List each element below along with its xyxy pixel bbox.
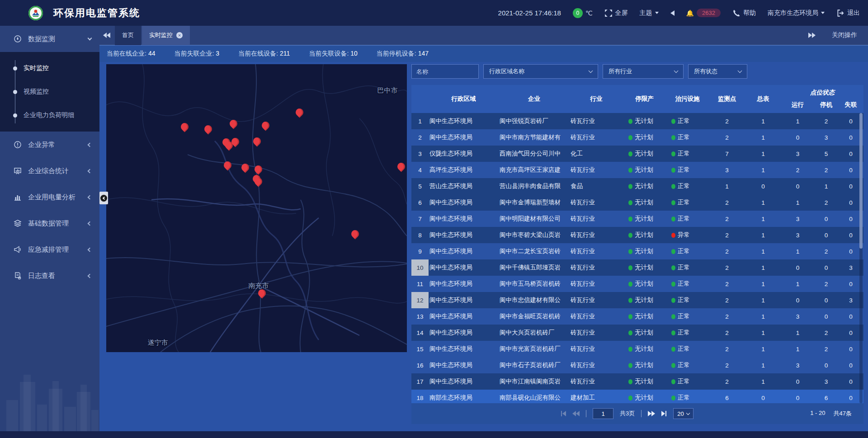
status-dot-icon bbox=[628, 298, 632, 303]
status-dot-icon bbox=[628, 379, 632, 384]
table-row[interactable]: 6阆中生态环境局阆中市金博瑞新型墙材砖瓦行业无计划正常21120 bbox=[411, 194, 863, 211]
stat-item-0: 当前在线企业:44 bbox=[107, 50, 155, 58]
status-dot-icon bbox=[628, 249, 632, 254]
map-collapse-button[interactable] bbox=[99, 192, 108, 204]
cell-company: 阆中市江南镇阆南页岩 bbox=[499, 373, 570, 390]
sidebar-subitem-1[interactable]: 视频监控 bbox=[0, 80, 99, 104]
sidebar-item-2[interactable]: 企业综合统计 bbox=[0, 158, 99, 184]
tabs-scroll-right-button[interactable] bbox=[808, 33, 816, 38]
cell-company: 阆中市五马桥页岩机砖 bbox=[499, 276, 570, 292]
tab-close-icon[interactable]: × bbox=[176, 32, 183, 38]
next-page-button[interactable] bbox=[648, 411, 655, 416]
table-scrollbar[interactable] bbox=[859, 113, 863, 403]
table-row[interactable]: 2阆中生态环境局阆中市南方节能建材有砖瓦行业无计划正常21030 bbox=[411, 129, 863, 146]
cell-halt-count: 2 bbox=[814, 341, 838, 357]
status-dot-icon bbox=[671, 168, 675, 173]
cell-facility-status: 正常 bbox=[666, 341, 709, 357]
cell-facility-status: 正常 bbox=[666, 390, 709, 403]
table-row[interactable]: 1阆中生态环境局阆中强锐页岩砖厂砖瓦行业无计划正常21120 bbox=[411, 113, 863, 129]
cell-monitor-count: 7 bbox=[709, 146, 745, 162]
table-row[interactable]: 14阆中生态环境局阆中大兴页岩机砖厂砖瓦行业无计划正常21120 bbox=[411, 325, 863, 341]
chevron-down-icon bbox=[686, 411, 689, 415]
cell-stop-status: 无计划 bbox=[623, 390, 666, 403]
industry-select[interactable]: 所有行业 bbox=[603, 64, 684, 79]
map-panel[interactable]: 巴中市南充市遂宁市 bbox=[106, 64, 407, 352]
table-row[interactable]: 9阆中生态环境局阆中市二龙长宝页岩砖砖瓦行业无计划正常21120 bbox=[411, 243, 863, 259]
sidebar-item-4[interactable]: 基础数据管理 bbox=[0, 210, 99, 236]
cell-company: 阆中市光富页岩机砖厂 bbox=[499, 341, 570, 357]
first-page-button[interactable] bbox=[561, 411, 566, 416]
table-row[interactable]: 3仪陇生态环境局西南油气田分公司川中化工无计划正常71350 bbox=[411, 146, 863, 162]
sidebar-item-3[interactable]: 企业用电量分析 bbox=[0, 184, 99, 210]
cell-run-count: 1 bbox=[781, 276, 814, 292]
status-dot-icon bbox=[628, 282, 632, 287]
table-row[interactable]: 11阆中生态环境局阆中市五马桥页岩机砖砖瓦行业无计划正常21120 bbox=[411, 276, 863, 292]
table-row[interactable]: 10阆中生态环境局阆中千佛镇五郎垭页岩砖瓦行业无计划正常21003 bbox=[411, 259, 863, 276]
table-row[interactable]: 17阆中生态环境局阆中市江南镇阆南页岩砖瓦行业无计划正常21030 bbox=[411, 373, 863, 390]
status-dot-icon bbox=[671, 265, 675, 270]
bell-icon: 🔔 bbox=[686, 9, 694, 17]
phone-icon bbox=[732, 9, 741, 17]
cell-monitor-count: 2 bbox=[709, 113, 745, 129]
table-row[interactable]: 12阆中生态环境局阆中市忠信建材有限公砖瓦行业无计划正常21003 bbox=[411, 292, 863, 308]
chevron-down-icon bbox=[589, 69, 593, 73]
name-search-input[interactable] bbox=[411, 64, 479, 79]
sidebar-subitem-2[interactable]: 企业电力负荷明细 bbox=[0, 104, 99, 127]
sidebar-item-0[interactable]: 数据监测 bbox=[0, 26, 99, 52]
cell-facility-status: 正常 bbox=[666, 308, 709, 325]
notification-area[interactable]: 🔔 2632 bbox=[686, 9, 721, 17]
help-button[interactable]: 帮助 bbox=[732, 9, 756, 17]
cell-company: 南部县砚化山泥有限公 bbox=[499, 390, 570, 403]
table-row[interactable]: 8阆中生态环境局阆中市枣碧大梁山页岩砖瓦行业无计划异常21300 bbox=[411, 227, 863, 243]
close-operations-button[interactable]: 关闭操作 bbox=[832, 31, 857, 39]
cell-run-count: 1 bbox=[781, 341, 814, 357]
cell-company: 阆中千佛镇五郎垭页岩 bbox=[499, 259, 570, 276]
cell-stop-status: 无计划 bbox=[623, 292, 666, 308]
volume-mute-button[interactable] bbox=[670, 10, 675, 16]
col-header-point-status: 点位状态 bbox=[781, 85, 863, 97]
status-dot-icon bbox=[671, 298, 675, 303]
sidebar-item-1[interactable]: 企业异常 bbox=[0, 132, 99, 158]
status-dot-icon bbox=[628, 330, 632, 335]
table-row[interactable]: 4高坪生态环境局南充市高坪区王家店建砖瓦行业无计划正常31220 bbox=[411, 162, 863, 178]
status-dot-icon bbox=[671, 200, 675, 205]
table-row[interactable]: 15阆中生态环境局阆中市光富页岩机砖厂砖瓦行业无计划正常21120 bbox=[411, 341, 863, 357]
submenu: 实时监控视频监控企业电力负荷明细 bbox=[0, 52, 99, 132]
tab-0[interactable]: 首页 bbox=[115, 26, 141, 45]
table-row[interactable]: 13阆中生态环境局阆中市金福旺页岩机砖砖瓦行业无计划正常21300 bbox=[411, 308, 863, 325]
bullet-dot-icon bbox=[13, 113, 17, 118]
record-total-label: 共47条 bbox=[834, 410, 852, 418]
sidebar-subitem-0[interactable]: 实时监控 bbox=[0, 57, 99, 80]
sidebar-item-label: 数据监测 bbox=[28, 35, 55, 43]
status-dot-icon bbox=[671, 347, 675, 352]
last-page-button[interactable] bbox=[661, 411, 667, 416]
tabs-scroll-left-button[interactable] bbox=[103, 33, 110, 38]
total-pages-label: 共3页 bbox=[620, 410, 635, 418]
fullscreen-button[interactable]: 全屏 bbox=[604, 9, 628, 17]
org-dropdown[interactable]: 南充市生态环境局 bbox=[768, 9, 825, 17]
region-select[interactable]: 行政区域名称 bbox=[483, 64, 598, 79]
page-number-input[interactable] bbox=[593, 408, 613, 419]
table-row[interactable]: 16阆中生态环境局阆中市石子页岩机砖厂砖瓦行业无计划正常21300 bbox=[411, 357, 863, 373]
page-size-select[interactable]: 20 bbox=[673, 408, 693, 419]
chevron-down-icon bbox=[674, 69, 679, 73]
tab-label: 实时监控 bbox=[149, 31, 173, 39]
cell-company: 阆中市金博瑞新型墙材 bbox=[499, 194, 570, 211]
sidebar-item-5[interactable]: 应急减排管理 bbox=[0, 236, 99, 263]
prev-page-button[interactable] bbox=[572, 411, 580, 416]
table-row[interactable]: 7阆中生态环境局阆中明阳建材有限公司砖瓦行业无计划正常21300 bbox=[411, 211, 863, 227]
table-row[interactable]: 18南部生态环境局南部县砚化山泥有限公建材加工无计划正常60060 bbox=[411, 390, 863, 403]
logout-button[interactable]: 退出 bbox=[836, 9, 860, 17]
cell-run-count: 1 bbox=[781, 325, 814, 341]
tab-1[interactable]: 实时监控× bbox=[142, 26, 190, 45]
status-select[interactable]: 所有状态 bbox=[688, 64, 747, 79]
table-row[interactable]: 5营山生态环境局营山县润丰肉食品有限食品无计划正常10010 bbox=[411, 178, 863, 194]
datetime-label: 2021-02-25 17:46:18 bbox=[498, 9, 561, 17]
cell-total-meter: 0 bbox=[745, 390, 781, 403]
cell-halt-count: 0 bbox=[814, 227, 838, 243]
col-header-industry: 行业 bbox=[570, 85, 623, 113]
theme-dropdown[interactable]: 主题 bbox=[640, 9, 659, 17]
status-dot-icon bbox=[671, 282, 675, 287]
sidebar-item-label: 应急减排管理 bbox=[28, 245, 69, 254]
sidebar-item-6[interactable]: 日志查看 bbox=[0, 263, 99, 289]
